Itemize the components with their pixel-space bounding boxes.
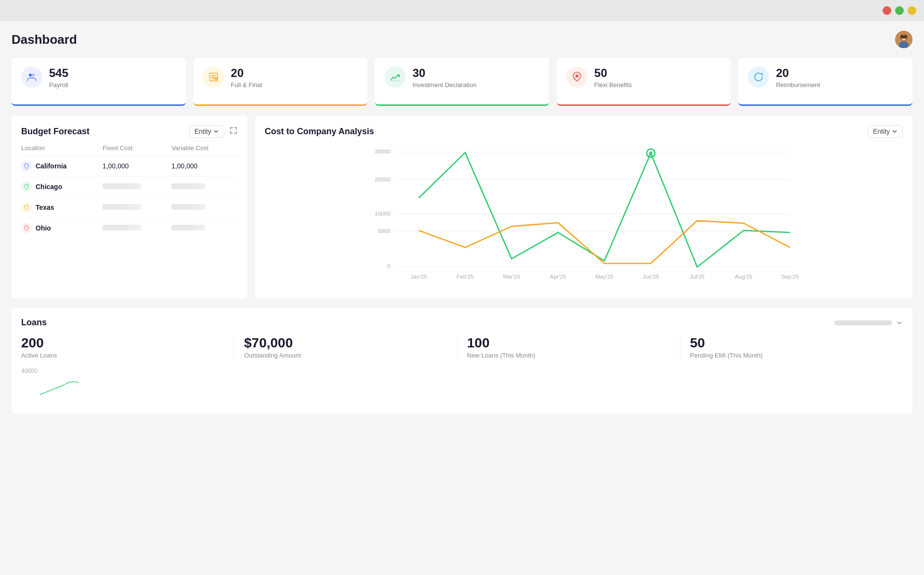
location-name: Chicago (36, 183, 62, 191)
investment-label: Investment Declaration (412, 81, 476, 89)
full-final-label: Full & Final (231, 81, 262, 89)
payroll-number: 545 (49, 66, 68, 80)
loans-header: Loans (21, 318, 903, 328)
payroll-icon (21, 66, 42, 88)
payroll-label: Payroll (49, 81, 68, 89)
svg-text:Apr'25: Apr'25 (550, 273, 566, 280)
loans-chevron-down-icon[interactable] (896, 319, 903, 326)
svg-text:10000: 10000 (374, 210, 390, 217)
skeleton-fixed (103, 225, 141, 230)
reimbursement-icon (748, 66, 769, 88)
location-name: California (36, 162, 67, 170)
svg-text:Jun'25: Jun'25 (642, 273, 659, 280)
budget-table: Location Fixed Cost Variable Cost Califo… (21, 144, 238, 238)
flexi-number: 50 (594, 66, 632, 80)
table-row: Ohio (21, 218, 238, 239)
loan-stat-active: 200 Active Loans (21, 335, 234, 359)
avatar[interactable] (895, 31, 912, 48)
stat-card-payroll[interactable]: 545 Payroll (12, 58, 186, 106)
svg-text:30000: 30000 (374, 148, 390, 154)
flexi-icon (566, 66, 588, 88)
active-loans-number: 200 (21, 335, 224, 351)
location-name: Ohio (36, 224, 51, 232)
table-row: Texas (21, 197, 238, 218)
loan-chart-preview: 40000 (21, 366, 903, 404)
skeleton-variable (171, 183, 205, 189)
svg-rect-6 (900, 36, 907, 38)
svg-text:Sep'25: Sep'25 (781, 273, 799, 280)
dashboard-header: Dashboard (12, 31, 912, 48)
investment-icon (385, 66, 406, 88)
loans-title: Loans (21, 318, 47, 328)
stat-cards-row: 545 Payroll 20 Full & Final (12, 58, 912, 106)
main-charts-row: Budget Forecast Entity Location Fixed Co (12, 115, 912, 298)
location-name: Texas (36, 204, 54, 211)
loans-controls (834, 319, 903, 326)
pending-emi-number: 50 (690, 335, 893, 351)
skeleton-fixed (103, 183, 141, 189)
col-variable-cost: Variable Cost (171, 144, 238, 156)
ctc-entity-dropdown[interactable]: Entity (868, 125, 903, 138)
svg-text:Mar'25: Mar'25 (503, 273, 520, 280)
svg-point-12 (576, 75, 578, 77)
traffic-light-red[interactable] (883, 6, 891, 15)
full-final-number: 20 (231, 66, 262, 80)
chevron-down-icon-ctc (892, 128, 898, 134)
skeleton-variable (171, 204, 205, 210)
outstanding-amount-label: Outstanding Amount (244, 352, 447, 359)
svg-text:Jul'25: Jul'25 (690, 273, 705, 280)
ctc-title: Cost to Company Analysis (265, 127, 374, 137)
reimbursement-number: 20 (776, 66, 820, 80)
svg-text:Jan'25: Jan'25 (411, 273, 427, 280)
skeleton-fixed (103, 204, 141, 210)
stat-card-full-final[interactable]: 20 Full & Final (193, 58, 368, 106)
loan-stat-new: 100 New Loans (This Month) (467, 335, 680, 359)
investment-number: 30 (412, 66, 476, 80)
loans-skeleton-bar (834, 320, 892, 325)
svg-text:Aug'25: Aug'25 (735, 273, 753, 280)
col-fixed-cost: Fixed Cost (103, 144, 171, 156)
new-loans-label: New Loans (This Month) (467, 352, 670, 359)
loan-stats-row: 200 Active Loans $70,000 Outstanding Amo… (21, 335, 903, 359)
budget-controls: Entity (189, 125, 238, 138)
svg-point-7 (29, 74, 32, 77)
stat-card-flexi[interactable]: 50 Flexi Benefits (557, 58, 731, 106)
traffic-light-yellow[interactable] (908, 6, 916, 15)
stat-card-reimbursement[interactable]: 20 Reimbursement (738, 58, 912, 106)
loans-card: Loans 200 Active Loans $70,000 Outstandi… (12, 308, 912, 414)
traffic-light-green[interactable] (895, 6, 904, 15)
skeleton-variable (171, 225, 205, 230)
loan-chart-y-label: 40000 (21, 368, 37, 374)
flexi-label: Flexi Benefits (594, 81, 632, 89)
svg-point-8 (32, 74, 35, 77)
svg-point-37 (649, 152, 652, 154)
new-loans-number: 100 (467, 335, 670, 351)
ctc-card: Cost to Company Analysis Entity 30000 20… (255, 115, 912, 298)
loan-stat-outstanding: $70,000 Outstanding Amount (244, 335, 457, 359)
chevron-down-icon (213, 128, 219, 134)
budget-forecast-title: Budget Forecast (21, 127, 90, 137)
loan-stat-pending: 50 Pending EMI (This Month) (690, 335, 903, 359)
title-bar (0, 0, 924, 21)
stat-card-investment[interactable]: 30 Investment Declaration (375, 58, 549, 106)
svg-text:20000: 20000 (374, 176, 390, 182)
loan-chart-svg (40, 366, 136, 404)
fixed-cost-value: 1,00,000 (103, 156, 171, 177)
pending-emi-label: Pending EMI (This Month) (690, 352, 893, 359)
table-row: Chicago (21, 177, 238, 197)
svg-rect-11 (390, 80, 400, 81)
outstanding-amount-number: $70,000 (244, 335, 447, 351)
active-loans-label: Active Loans (21, 352, 224, 359)
ctc-chart: 30000 20000 10000 5000 0 Jan'25 Feb'25 M… (265, 144, 903, 289)
table-row: California1,00,0001,00,000 (21, 156, 238, 177)
col-location: Location (21, 144, 103, 156)
svg-text:0: 0 (387, 263, 391, 269)
svg-point-10 (215, 77, 218, 80)
expand-icon[interactable] (229, 126, 238, 137)
full-final-icon (203, 66, 224, 88)
svg-text:Feb'25: Feb'25 (457, 273, 474, 280)
budget-forecast-card: Budget Forecast Entity Location Fixed Co (12, 115, 247, 298)
budget-entity-dropdown[interactable]: Entity (189, 125, 224, 138)
reimbursement-label: Reimbursement (776, 81, 820, 89)
page-title: Dashboard (12, 32, 77, 47)
